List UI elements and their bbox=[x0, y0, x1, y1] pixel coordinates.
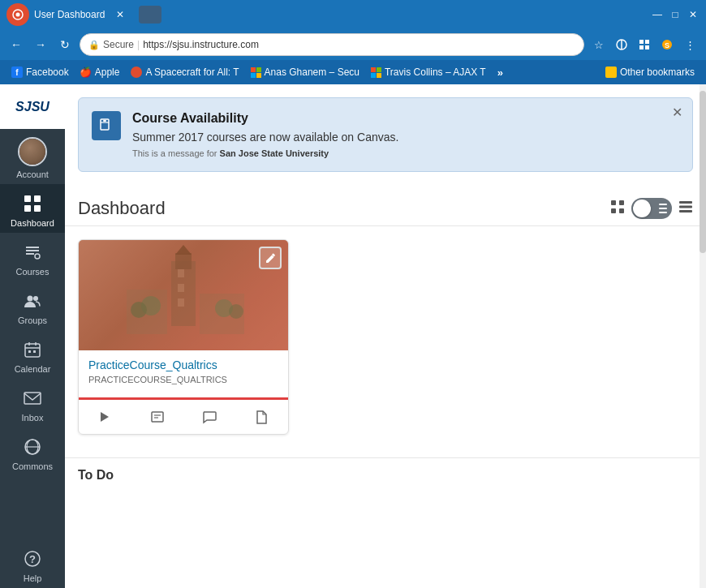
bookmark-apple[interactable]: 🍎 Apple bbox=[75, 65, 125, 79]
svg-point-15 bbox=[28, 296, 33, 302]
notification-title: Course Availability bbox=[132, 111, 679, 126]
card-files-button[interactable] bbox=[252, 406, 273, 431]
scrollbar-track bbox=[700, 84, 706, 588]
forward-button[interactable]: → bbox=[31, 35, 50, 54]
card-discussions-button[interactable] bbox=[199, 406, 220, 431]
inbox-icon bbox=[21, 387, 44, 410]
extension3-icon[interactable]: S bbox=[657, 35, 677, 54]
back-button[interactable]: ← bbox=[6, 35, 26, 54]
sidebar-item-courses[interactable]: Courses bbox=[0, 233, 65, 281]
calendar-icon bbox=[21, 338, 44, 361]
svg-rect-29 bbox=[103, 120, 106, 122]
view-controls bbox=[610, 198, 693, 219]
todo-section: To Do bbox=[65, 457, 706, 502]
campus-illustration bbox=[110, 245, 256, 350]
notification-content: Course Availability Summer 2017 courses … bbox=[132, 111, 679, 158]
avatar bbox=[18, 137, 47, 166]
sidebar-help-label: Help bbox=[24, 573, 42, 583]
card-grades-button[interactable] bbox=[147, 406, 168, 431]
browser-logo-icon bbox=[6, 3, 29, 26]
svg-rect-17 bbox=[25, 344, 40, 357]
course-name[interactable]: PracticeCourse_Qualtrics bbox=[88, 358, 278, 371]
view-toggle[interactable] bbox=[631, 198, 672, 219]
extension-icon[interactable] bbox=[612, 35, 631, 54]
notification-banner: Course Availability Summer 2017 courses … bbox=[78, 97, 693, 172]
url-text: https://sjsu.instructure.com bbox=[143, 39, 259, 50]
bookmark-anas-label: Anas Ghanem – Secu bbox=[265, 67, 359, 78]
course-card: PracticeCourse_Qualtrics PRACTICECOURSE_… bbox=[78, 239, 289, 435]
card-actions bbox=[79, 397, 288, 434]
svg-rect-4 bbox=[639, 40, 644, 44]
svg-rect-7 bbox=[645, 45, 649, 49]
sidebar-item-dashboard[interactable]: Dashboard bbox=[0, 184, 65, 233]
help-icon: ? bbox=[21, 547, 44, 570]
spacecraft-favicon bbox=[131, 67, 142, 78]
sidebar-item-inbox[interactable]: Inbox bbox=[0, 379, 65, 427]
svg-rect-6 bbox=[639, 45, 644, 49]
bookmark-travis[interactable]: Travis Collins – AJAX T bbox=[366, 65, 491, 79]
refresh-button[interactable]: ↻ bbox=[55, 35, 75, 54]
bookmark-apple-label: Apple bbox=[95, 67, 120, 78]
star-icon[interactable]: ☆ bbox=[589, 35, 609, 54]
sidebar-item-calendar[interactable]: Calendar bbox=[0, 330, 65, 379]
svg-rect-50 bbox=[152, 412, 163, 422]
grid-view-button[interactable] bbox=[610, 200, 625, 218]
svg-rect-12 bbox=[24, 205, 31, 212]
svg-point-14 bbox=[35, 254, 40, 259]
lock-icon: 🔒 bbox=[88, 40, 100, 50]
minimize-button[interactable]: — bbox=[651, 8, 664, 21]
bookmark-spacecraft[interactable]: A Spacecraft for All: T bbox=[126, 65, 243, 79]
tab-close-icon[interactable]: ✕ bbox=[116, 9, 124, 20]
main-page: Course Availability Summer 2017 courses … bbox=[65, 84, 706, 588]
sidebar-groups-label: Groups bbox=[18, 315, 47, 325]
svg-rect-22 bbox=[33, 350, 36, 353]
svg-marker-39 bbox=[175, 245, 192, 255]
svg-point-46 bbox=[131, 302, 147, 318]
card-edit-button[interactable] bbox=[259, 247, 282, 269]
bookmark-spacecraft-label: A Spacecraft for All: T bbox=[145, 67, 239, 78]
extension2-icon[interactable] bbox=[635, 35, 654, 54]
svg-rect-11 bbox=[34, 195, 41, 202]
bookmark-facebook[interactable]: f Facebook bbox=[6, 65, 74, 79]
menu-icon[interactable]: ⋮ bbox=[680, 35, 700, 54]
sidebar-item-help[interactable]: ? Help bbox=[0, 539, 65, 588]
card-activity-stream-button[interactable] bbox=[94, 406, 115, 431]
dashboard-header: Dashboard bbox=[65, 185, 706, 226]
avatar-image bbox=[19, 139, 45, 165]
sidebar-inbox-label: Inbox bbox=[22, 413, 44, 423]
sidebar-item-account[interactable]: Account bbox=[0, 129, 65, 184]
address-bar: ← → ↻ 🔒 Secure | https://sjsu.instructur… bbox=[0, 29, 706, 60]
sidebar-item-commons[interactable]: Commons bbox=[0, 427, 65, 476]
apple-favicon: 🍎 bbox=[80, 67, 92, 78]
svg-rect-40 bbox=[178, 269, 184, 277]
sidebar-commons-label: Commons bbox=[12, 461, 53, 471]
svg-rect-34 bbox=[679, 201, 692, 204]
page-title: Dashboard bbox=[78, 198, 610, 219]
course-code: PRACTICECOURSE_QUALTRICS bbox=[88, 375, 278, 384]
svg-rect-33 bbox=[619, 208, 624, 213]
svg-text:?: ? bbox=[29, 553, 36, 565]
todo-title: To Do bbox=[78, 458, 693, 489]
new-tab-area[interactable] bbox=[139, 6, 161, 24]
notification-source: This is a message for San Jose State Uni… bbox=[132, 148, 679, 158]
content-area: SJSU Account Dashbo bbox=[0, 84, 706, 588]
bookmark-other[interactable]: Other bookmarks bbox=[601, 65, 700, 79]
list-view-button[interactable] bbox=[678, 200, 693, 218]
bookmark-anas[interactable]: Anas Ghanem – Secu bbox=[246, 65, 364, 79]
facebook-favicon: f bbox=[11, 67, 23, 78]
close-button[interactable]: ✕ bbox=[687, 8, 700, 21]
svg-point-1 bbox=[16, 13, 20, 17]
scrollbar-thumb[interactable] bbox=[700, 91, 706, 253]
tab-title: User Dashboard bbox=[34, 9, 105, 20]
url-bar[interactable]: 🔒 Secure | https://sjsu.instructure.com bbox=[80, 33, 584, 56]
ms-favicon-travis bbox=[371, 67, 381, 78]
cards-area: PracticeCourse_Qualtrics PRACTICECOURSE_… bbox=[65, 226, 706, 451]
bookmark-more[interactable]: » bbox=[493, 65, 508, 80]
svg-rect-21 bbox=[28, 350, 31, 353]
svg-point-16 bbox=[33, 296, 38, 301]
other-bookmarks-label: Other bookmarks bbox=[620, 67, 695, 78]
svg-rect-30 bbox=[611, 200, 616, 205]
maximize-button[interactable]: □ bbox=[669, 8, 682, 21]
sidebar-item-groups[interactable]: Groups bbox=[0, 281, 65, 330]
notification-close-button[interactable]: ✕ bbox=[672, 106, 682, 119]
